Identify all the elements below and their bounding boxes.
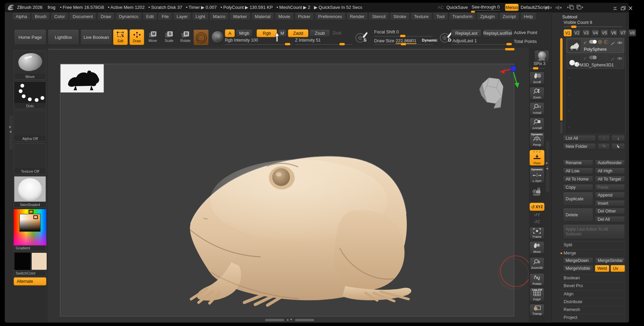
right-divider-open-icon[interactable]: ▶ bbox=[546, 161, 548, 165]
local-symmetry-button[interactable]: Dynamic L.Sym bbox=[530, 167, 545, 183]
auto-reorder-button[interactable]: AutoReorder bbox=[595, 159, 625, 166]
insert-button[interactable]: Insert bbox=[595, 200, 625, 206]
persp-button[interactable]: Dynamic Persp bbox=[530, 132, 545, 147]
rgb-intensity-label[interactable]: Rgb Intensity 100 bbox=[225, 38, 258, 43]
aahalf-button[interactable]: AAHalf bbox=[530, 118, 545, 130]
zsub-button[interactable]: Zsub bbox=[309, 29, 330, 37]
menu-macro[interactable]: Macro bbox=[210, 13, 229, 20]
menu-transform[interactable]: Transform bbox=[449, 13, 476, 20]
current-brush-slot[interactable]: Move bbox=[14, 50, 46, 80]
menu-edit[interactable]: Edit bbox=[143, 13, 157, 20]
left-divider-close-icon[interactable]: ◀ bbox=[9, 130, 11, 133]
visibility-eye-icon[interactable] bbox=[617, 56, 623, 62]
menu-help[interactable]: Help bbox=[520, 13, 536, 20]
focal-shift-slider-handle[interactable] bbox=[400, 35, 405, 37]
restore-button[interactable] bbox=[621, 5, 626, 12]
z-intensity-label[interactable]: Z Intensity 51 bbox=[295, 38, 321, 43]
uv-toggle-button[interactable]: Uv bbox=[611, 265, 625, 272]
polyframe-button[interactable]: Line Fill PolyF bbox=[530, 288, 545, 302]
section-project[interactable]: Project bbox=[560, 314, 625, 321]
lightbox-button[interactable]: LightBox bbox=[48, 29, 79, 45]
duplicate-button[interactable]: Duplicate bbox=[563, 192, 593, 206]
append-button[interactable]: Append bbox=[595, 192, 625, 198]
current-color-swatch[interactable] bbox=[193, 29, 209, 46]
switchcolor-row[interactable]: SwitchColor bbox=[14, 270, 46, 276]
current-stroke-slot[interactable]: Dots bbox=[14, 81, 46, 109]
section-align[interactable]: Align bbox=[560, 290, 625, 297]
spix-slider-handle[interactable] bbox=[533, 67, 538, 69]
replay-last-button[interactable]: ReplayLast bbox=[451, 29, 481, 37]
z-intensity-slider-handle[interactable] bbox=[339, 43, 345, 45]
menu-render[interactable]: Render bbox=[347, 13, 368, 20]
polypaint-toggle-icon[interactable] bbox=[589, 40, 597, 44]
move-3d-button[interactable]: Move bbox=[530, 241, 545, 254]
menus-toggle-button[interactable]: Menus bbox=[505, 4, 519, 11]
rgb-intensity-slider-track[interactable] bbox=[225, 44, 292, 45]
menu-zplugin[interactable]: Zplugin bbox=[477, 13, 498, 20]
subtool-panel-title[interactable]: Subtool bbox=[562, 14, 577, 19]
paste-button[interactable]: Paste bbox=[595, 184, 625, 190]
bpr-render-button[interactable]: BPR bbox=[534, 50, 549, 62]
subtool-item-pm3d-sphere[interactable]: PM3D_Sphere3D1 bbox=[566, 54, 624, 69]
draw-size-slider-handle[interactable] bbox=[401, 43, 406, 45]
color-picker[interactable] bbox=[14, 209, 46, 245]
sculpt-brush-icon[interactable] bbox=[610, 56, 615, 62]
frame-button[interactable]: Frame bbox=[530, 227, 545, 239]
del-all-button[interactable]: Del All bbox=[595, 216, 625, 222]
visibility-eye-icon[interactable] bbox=[617, 40, 623, 46]
section-distribute[interactable]: Distribute bbox=[560, 298, 625, 305]
canvas-hscroll-handle[interactable] bbox=[505, 48, 515, 50]
default-zscript-button[interactable]: DefaultZScript bbox=[521, 5, 549, 10]
scale-gizmo-button[interactable]: S Scale bbox=[163, 31, 175, 45]
right-divider-close-icon[interactable]: ◀ bbox=[546, 167, 548, 170]
menu-tool[interactable]: Tool bbox=[433, 13, 448, 20]
halftone-toggle-icon[interactable] bbox=[604, 40, 608, 44]
draw-size-dynamic-toggle[interactable]: Dynamic bbox=[422, 38, 438, 42]
all-to-target-button[interactable]: All To Target bbox=[595, 176, 625, 182]
tab-v6[interactable]: V6 bbox=[610, 29, 618, 36]
move-out-of-folder-button[interactable]: ↷ bbox=[598, 143, 610, 150]
canvas-bottom-scrollbar-right[interactable] bbox=[295, 319, 314, 321]
floor-button[interactable]: X Y Z Floor bbox=[530, 150, 545, 166]
menu-alpha[interactable]: Alpha bbox=[12, 13, 30, 20]
rotate-3d-button[interactable]: Rotate bbox=[530, 273, 545, 286]
scroll-tool-button[interactable]: Scroll bbox=[530, 72, 545, 84]
spix-label[interactable]: SPix 3 bbox=[534, 61, 546, 66]
del-other-button[interactable]: Del Other bbox=[595, 208, 625, 214]
section-split[interactable]: Split bbox=[560, 241, 625, 248]
menu-brush[interactable]: Brush bbox=[31, 13, 50, 20]
all-to-home-button[interactable]: All To Home bbox=[563, 176, 593, 182]
menu-material[interactable]: Material bbox=[251, 13, 274, 20]
left-divider-open-icon[interactable]: ▶ bbox=[9, 125, 11, 128]
rotate-xyz-button[interactable]: ↺ XYZ bbox=[530, 203, 545, 211]
right-panel-divider[interactable] bbox=[546, 142, 549, 191]
subtool-list-scrollbar[interactable] bbox=[560, 38, 563, 121]
zoom3d-button[interactable]: Zoom3D bbox=[530, 257, 545, 270]
edit-mode-button[interactable]: Edit bbox=[113, 29, 128, 45]
list-all-button[interactable]: List All bbox=[563, 135, 596, 141]
menu-layer[interactable]: Layer bbox=[173, 13, 191, 20]
rotate-z-button[interactable]: ↺Z bbox=[530, 219, 545, 224]
menu-document[interactable]: Document bbox=[69, 13, 96, 20]
merge-visible-button[interactable]: MergeVisible bbox=[563, 265, 593, 272]
canvas-scroll-arrows[interactable]: ▲▼ bbox=[286, 318, 293, 321]
document-viewport[interactable] bbox=[60, 64, 514, 316]
sculpt-brush-icon[interactable] bbox=[610, 40, 615, 46]
apply-last-action-button[interactable]: Apply Last Action To All Subtools bbox=[563, 224, 625, 239]
see-through-slider-handle[interactable] bbox=[471, 11, 475, 13]
tab-v2[interactable]: V2 bbox=[573, 29, 581, 36]
all-low-button[interactable]: All Low bbox=[563, 168, 593, 174]
stroke-curve-icon[interactable]: S bbox=[354, 30, 369, 46]
replay-last-rel-button[interactable]: ReplayLastRel bbox=[483, 29, 512, 37]
section-bevel-pro[interactable]: Bevel Pro bbox=[560, 282, 625, 289]
new-folder-button[interactable]: New Folder bbox=[563, 143, 596, 150]
adjust-last-slider-handle[interactable] bbox=[506, 43, 512, 45]
focal-shift-label[interactable]: Focal Shift 0 bbox=[374, 29, 399, 34]
zcut-button[interactable]: Zcut bbox=[333, 30, 341, 35]
rgb-button[interactable]: Rgb bbox=[257, 29, 277, 37]
camera-head-gizmo[interactable] bbox=[479, 78, 503, 108]
hue-selector[interactable] bbox=[29, 210, 33, 214]
copy-button[interactable]: Copy bbox=[563, 184, 593, 190]
actual-size-button[interactable]: x1 Actual bbox=[530, 102, 545, 115]
halftone-toggle-icon[interactable] bbox=[604, 56, 608, 60]
